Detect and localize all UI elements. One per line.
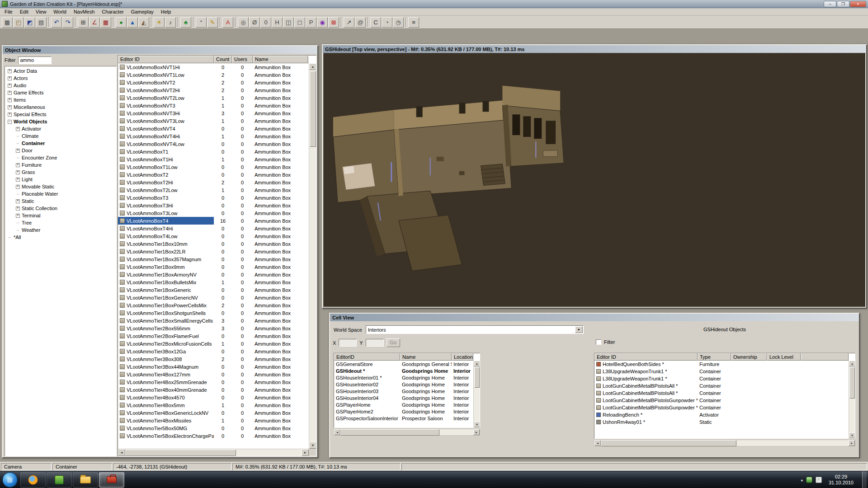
toolbar-button-undo[interactable]: ↶ <box>51 17 62 28</box>
object-row-vlootammoboxt2low[interactable]: VLootAmmoBoxT2Low10Ammunition Box <box>118 186 309 194</box>
cell-row-gshideout[interactable]: GSHideout *Goodsprings HomeInterior <box>334 367 473 374</box>
object-table-vscroll[interactable]: ▲ ▼ <box>309 63 316 449</box>
cell-row-gshouseinterior01[interactable]: GSHouseInterior01 *Goodsprings HomeInter… <box>334 374 473 381</box>
scroll-left-icon[interactable]: ◄ <box>594 440 601 446</box>
objects-filter-checkbox[interactable] <box>596 339 601 345</box>
tree-expander-icon[interactable]: + <box>8 113 12 117</box>
object-row-vlootammoboxt1low[interactable]: VLootAmmoBoxT1Low00Ammunition Box <box>118 163 309 171</box>
object-row-vlootammoboxt3hi[interactable]: VLootAmmoBoxT3Hi00Ammunition Box <box>118 202 309 209</box>
tree-item-static-collection[interactable]: +Static Collection <box>5 205 116 212</box>
object-ref-row-lootguncabinetmetalbpistolsall[interactable]: LootGunCabinetMetalBPistolsAll *Containe… <box>594 382 849 389</box>
menu-item-world[interactable]: World <box>50 9 70 15</box>
tree-expander-icon[interactable]: + <box>8 91 12 95</box>
object-row-vlootammotier1boxgenericnv[interactable]: VLootAmmoTier1BoxGenericNV00Ammunition B… <box>118 294 309 301</box>
tree-expander-icon[interactable]: + <box>8 105 12 109</box>
cell-row-gsgeneralstore[interactable]: GSGeneralStoreGoodsprings General StoreI… <box>334 361 473 367</box>
column-header-editorid[interactable]: EditorID <box>334 353 400 361</box>
tree-item-movable-static[interactable]: +Movable Static <box>5 183 116 190</box>
object-filter-input[interactable] <box>18 56 52 64</box>
scroll-right-icon[interactable]: ► <box>302 449 309 456</box>
tree-item-container[interactable]: ─Container <box>5 140 116 147</box>
object-row-vlootammotier1box357magnum[interactable]: VLootAmmoTier1Box357Magnum00Ammunition B… <box>118 255 309 263</box>
tree-expander-icon[interactable]: + <box>16 199 20 203</box>
taskbar-app-firefox[interactable] <box>20 472 46 488</box>
object-row-vlootammoboxt4[interactable]: VLootAmmoBoxT4160Ammunition Box <box>118 217 309 225</box>
tree-item-climate[interactable]: ─Climate <box>5 132 116 140</box>
column-header-users[interactable]: Users <box>232 56 253 63</box>
cell-row-gsplayerhome[interactable]: GSPlayerHomeGoodsprings HomeInterior <box>334 401 473 408</box>
cell-list-hscroll-thumb[interactable] <box>340 429 439 436</box>
object-row-vlootammoboxnvt2hi[interactable]: VLootAmmoBoxNVT2Hi20Ammunition Box <box>118 86 309 94</box>
column-header-editor-id[interactable]: Editor ID <box>594 353 698 361</box>
show-desktop-button[interactable] <box>862 471 867 488</box>
object-row-vlootammoboxnvt4hi[interactable]: VLootAmmoBoxNVT4Hi10Ammunition Box <box>118 132 309 140</box>
tree-expander-icon[interactable]: - <box>8 120 12 124</box>
object-row-vlootammotier2box556mm[interactable]: VLootAmmoTier2Box556mm30Ammunition Box <box>118 324 309 332</box>
tree-item-encounter-zone[interactable]: ─Encounter Zone <box>5 154 116 161</box>
object-row-vlootammotier1boxsmallenergycells[interactable]: VLootAmmoTier1BoxSmallEnergyCells30Ammun… <box>118 317 309 324</box>
tree-item-items[interactable]: +Items <box>5 96 116 103</box>
app-titlebar[interactable]: Garden of Eden Creation Kit - [PlayerHid… <box>0 0 868 8</box>
column-header-location[interactable]: Location <box>452 353 473 361</box>
object-row-vlootammotier1box22lr[interactable]: VLootAmmoTier1Box22LR00Ammunition Box <box>118 248 309 255</box>
toolbar-button-marker-window[interactable]: ◫ <box>283 17 294 28</box>
toolbar-button-preferences[interactable]: ▤ <box>36 17 47 28</box>
toolbar-button-marker-light[interactable]: ◉ <box>317 17 328 28</box>
toolbar-button-snap-to-angle[interactable]: ∠ <box>89 17 100 28</box>
object-row-vlootammotier2boxflamerfuel[interactable]: VLootAmmoTier2BoxFlamerFuel00Ammunition … <box>118 332 309 340</box>
toolbar-button-marker-zero[interactable]: 0 <box>260 17 271 28</box>
render-window-titlebar[interactable]: GSHideout [Top view, perspective] - M#: … <box>323 45 866 53</box>
toolbar-button-dialogue[interactable]: “ <box>196 17 207 28</box>
object-row-vlootammotier4box4570[interactable]: VLootAmmoTier4Box457000Ammunition Box <box>118 394 309 401</box>
tree-expander-icon[interactable]: + <box>16 127 20 131</box>
column-header-lock-level[interactable]: Lock Level <box>767 353 801 361</box>
object-ref-row-ushonrm4way01[interactable]: UshonRm4way01 *Static <box>594 418 849 426</box>
scroll-right-icon[interactable]: ► <box>473 429 480 435</box>
object-row-vlootammotier4boxgenericlocknv[interactable]: VLootAmmoTier4BoxGenericLockNV00Ammuniti… <box>118 409 309 417</box>
tree-item-placeable-water[interactable]: ─Placeable Water <box>5 190 116 197</box>
object-row-vlootammotier1boxbulletsmix[interactable]: VLootAmmoTier1BoxBulletsMix10Ammunition … <box>118 278 309 286</box>
object-row-vlootammoboxnvt3hi[interactable]: VLootAmmoBoxNVT3Hi30Ammunition Box <box>118 109 309 117</box>
cell-row-gshouseinterior04[interactable]: GSHouseInterior04Goodsprings HomeInterio… <box>334 394 473 401</box>
minimize-button-icon[interactable]: – <box>824 1 836 7</box>
tree-item-all[interactable]: ─*All <box>5 234 116 241</box>
tree-item-grass[interactable]: +Grass <box>5 169 116 176</box>
object-row-vlootammoboxnvt4low[interactable]: VLootAmmoBoxNVT4Low00Ammunition Box <box>118 140 309 148</box>
tray-update-icon[interactable] <box>806 477 812 483</box>
x-coordinate-input[interactable] <box>339 339 357 347</box>
tree-expander-icon[interactable]: + <box>16 206 20 211</box>
hidden-icons-arrow-icon[interactable]: ▴ <box>801 478 803 482</box>
tree-item-actor-data[interactable]: +Actor Data <box>5 67 116 75</box>
object-row-vlootammotier4box40mmgrenade[interactable]: VLootAmmoTier4Box40mmGrenade00Ammunition… <box>118 386 309 394</box>
object-row-vlootammoboxnvt1hi[interactable]: VLootAmmoBoxNVT1Hi00Ammunition Box <box>118 63 309 71</box>
taskbar-app-green[interactable] <box>47 472 72 488</box>
world-space-dropdown[interactable]: Interiors ▼ <box>366 325 584 334</box>
toolbar-button-run-havok[interactable]: ↗ <box>344 17 354 28</box>
toolbar-button-open-data[interactable]: ◰ <box>13 17 24 28</box>
tree-item-terminal[interactable]: +Terminal <box>5 212 116 219</box>
tree-item-actors[interactable]: +Actors <box>5 75 116 82</box>
taskbar-app-geck[interactable] <box>99 472 124 488</box>
scroll-up-icon[interactable]: ▲ <box>474 361 480 366</box>
toolbar-button-marker-p[interactable]: P <box>306 17 316 28</box>
column-header-name[interactable]: Name <box>400 353 452 361</box>
scroll-left-icon[interactable]: ◄ <box>118 449 125 456</box>
toolbar-button-world-spaces[interactable]: ● <box>116 17 127 28</box>
object-row-vlootammotier5boxelectronchargepacks[interactable]: VLootAmmoTier5BoxElectronChargePacks00Am… <box>118 432 309 440</box>
object-ref-row-lootguncabinetmetalbpistolsall[interactable]: LootGunCabinetMetalBPistolsAll *Containe… <box>594 389 849 397</box>
toolbar-button-collision-geometry[interactable]: C <box>370 17 381 28</box>
tree-expander-icon[interactable]: + <box>16 163 20 167</box>
scroll-up-icon[interactable]: ▲ <box>849 361 855 366</box>
object-row-vlootammotier1box9mm[interactable]: VLootAmmoTier1Box9mm00Ammunition Box <box>118 263 309 271</box>
cell-objects-hscroll-thumb[interactable] <box>601 440 736 446</box>
object-table-hscroll[interactable]: ◄ ► <box>118 449 309 456</box>
tree-item-tree[interactable]: ─Tree <box>5 219 116 226</box>
dropdown-arrow-icon[interactable]: ▼ <box>575 326 583 333</box>
toolbar-button-object-palette[interactable]: ≡ <box>408 17 419 28</box>
column-header-editor-id[interactable]: Editor ID <box>118 56 214 63</box>
toolbar-button-heightmap-edit[interactable]: ◭ <box>138 17 149 28</box>
toolbar-button-toggle-sound[interactable]: ♪ <box>165 17 176 28</box>
column-header-type[interactable]: Type <box>698 353 731 361</box>
cell-row-gshouseinterior02[interactable]: GSHouseInterior02Goodsprings HomeInterio… <box>334 381 473 388</box>
scroll-left-icon[interactable]: ◄ <box>334 429 340 435</box>
